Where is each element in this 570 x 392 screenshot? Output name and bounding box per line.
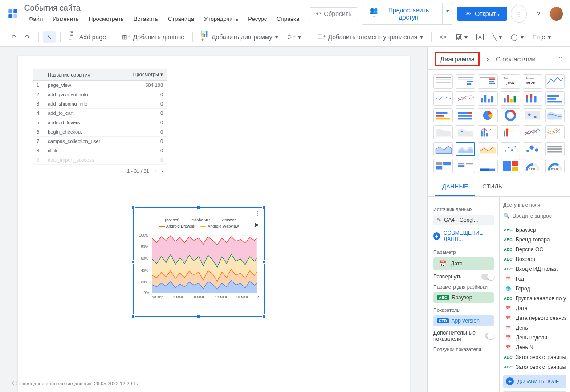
field-item[interactable]: 📅День bbox=[503, 323, 566, 333]
chart-type-option[interactable] bbox=[478, 125, 497, 139]
blend-data-button[interactable]: + СОВМЕЩЕНИЕ ДАНН... bbox=[433, 227, 494, 245]
style-tab[interactable]: СТИЛЬ bbox=[475, 178, 509, 196]
chart-type-option[interactable] bbox=[545, 125, 565, 139]
chart-type-option[interactable]: 111K bbox=[523, 159, 542, 173]
chart-type-option[interactable] bbox=[545, 108, 565, 122]
chart-type-option[interactable] bbox=[433, 108, 453, 122]
menu-упорядочить[interactable]: Упорядочить bbox=[200, 14, 243, 24]
cursor-tool[interactable]: ↖ bbox=[43, 31, 56, 43]
chart-type-option[interactable] bbox=[545, 142, 565, 156]
chart-type-option[interactable] bbox=[478, 142, 497, 156]
resize-handle[interactable] bbox=[262, 314, 266, 318]
chart-type-option[interactable]: Sessions69.3K bbox=[523, 74, 542, 89]
chart-type-option[interactable] bbox=[501, 142, 520, 156]
chart-type-option[interactable] bbox=[433, 159, 453, 173]
area-chart-selected[interactable]: ⋮ ▶ (not set)AdobeAIRAmazon...Android Br… bbox=[133, 207, 265, 317]
chart-type-option[interactable]: 220.7K bbox=[545, 159, 565, 173]
expand-toggle[interactable] bbox=[481, 274, 494, 280]
data-source-chip[interactable]: ✎ GA4 - Googl... bbox=[433, 215, 494, 225]
menu-страница[interactable]: Страница bbox=[163, 14, 199, 24]
redo-button[interactable]: ↷ bbox=[21, 31, 34, 43]
page-prev-icon[interactable]: ‹ bbox=[155, 168, 156, 174]
share-button[interactable]: 👥⁺ Предоставить доступ bbox=[362, 3, 443, 25]
metric-chip[interactable]: CTD App version bbox=[433, 315, 494, 326]
chart-type-option[interactable] bbox=[478, 91, 497, 106]
chart-type-option[interactable] bbox=[501, 159, 520, 173]
chart-type-option[interactable] bbox=[456, 159, 475, 173]
chart-type-option[interactable] bbox=[478, 159, 497, 173]
looker-studio-logo[interactable] bbox=[7, 8, 19, 20]
menu-вставить[interactable]: Вставить bbox=[129, 14, 163, 24]
chart-type-option[interactable] bbox=[456, 91, 475, 106]
more-options-button[interactable]: ⋮ bbox=[511, 5, 527, 23]
embed-button[interactable]: <> bbox=[436, 31, 450, 43]
table-row[interactable]: 5.android_lovers0 bbox=[33, 118, 167, 127]
add-page-button[interactable]: 🗎⁺Add page bbox=[65, 30, 110, 44]
menu-просмотреть[interactable]: Просмотреть bbox=[84, 14, 128, 24]
user-avatar[interactable] bbox=[550, 7, 563, 21]
fields-search-input[interactable] bbox=[513, 213, 570, 219]
resize-handle[interactable] bbox=[262, 206, 266, 209]
chart-type-option[interactable] bbox=[501, 91, 520, 106]
field-item[interactable]: ABCБраузер bbox=[503, 225, 566, 235]
table-row[interactable]: 6.begin_checkout0 bbox=[33, 127, 167, 137]
line-button[interactable]: ╲▾ bbox=[489, 31, 505, 43]
chart-type-option[interactable] bbox=[523, 142, 542, 156]
add-control-button[interactable]: ☰⁺Добавить элемент управления▾ bbox=[314, 30, 427, 44]
data-tab[interactable]: ДАННЫЕ bbox=[435, 178, 475, 196]
field-item[interactable]: ABCЗаголовок страницы... bbox=[503, 362, 566, 372]
reset-button[interactable]: ↶ Сбросить bbox=[309, 7, 358, 20]
field-item[interactable]: ABCЗаголовок страницы bbox=[503, 352, 566, 362]
text-button[interactable]: A bbox=[473, 31, 487, 43]
table-row[interactable]: 4.add_to_cart0 bbox=[33, 109, 167, 118]
chart-menu-icon[interactable]: ⋮ bbox=[255, 210, 261, 217]
field-item[interactable]: 📅Год bbox=[503, 274, 566, 284]
community-vis-button[interactable]: ⚞⁺▾ bbox=[284, 30, 305, 44]
table-row[interactable]: 7.campus_collection_user0 bbox=[33, 137, 167, 146]
more-button[interactable]: Ещё▾ bbox=[529, 31, 555, 43]
field-item[interactable]: 📅День N bbox=[503, 343, 566, 352]
document-title[interactable]: События сайта bbox=[24, 4, 304, 13]
resize-handle[interactable] bbox=[197, 314, 200, 318]
menu-изменить[interactable]: Изменить bbox=[48, 14, 83, 24]
table-row[interactable]: 8.click0 bbox=[33, 146, 167, 155]
resize-handle[interactable] bbox=[197, 206, 200, 209]
share-dropdown[interactable]: ▾ bbox=[443, 3, 453, 25]
chart-type-option[interactable] bbox=[545, 91, 565, 106]
dimension-chip[interactable]: 📅 Дата bbox=[433, 257, 494, 270]
field-item[interactable]: 🌐Город bbox=[503, 284, 566, 294]
chart-type-option[interactable] bbox=[501, 108, 520, 122]
resize-handle[interactable] bbox=[262, 260, 266, 264]
resize-handle[interactable] bbox=[131, 260, 135, 264]
chart-type-option[interactable] bbox=[456, 108, 475, 122]
shape-button[interactable]: ◯▾ bbox=[507, 31, 527, 43]
chart-type-option[interactable]: Total1,168 bbox=[501, 74, 520, 89]
image-button[interactable]: 🖼▾ bbox=[452, 31, 471, 43]
resize-handle[interactable] bbox=[131, 206, 135, 209]
field-item[interactable]: ABCВход с ИД польз. bbox=[503, 264, 566, 274]
chart-type-option[interactable] bbox=[523, 91, 542, 106]
chart-type-option[interactable] bbox=[456, 74, 475, 89]
add-chart-button[interactable]: 📊⁺Добавить диаграмму▾ bbox=[197, 30, 282, 44]
table-chart[interactable]: Название события Просмотры ▾ 1.page_view… bbox=[33, 69, 167, 177]
menu-справка[interactable]: Справка bbox=[272, 14, 304, 24]
add-data-button[interactable]: ⊞⁺Добавить данные bbox=[119, 30, 188, 44]
table-row[interactable]: 1.page_view504 108 bbox=[33, 81, 167, 90]
menu-ресурс[interactable]: Ресурс bbox=[244, 14, 271, 24]
chart-type-option[interactable] bbox=[433, 142, 453, 156]
undo-button[interactable]: ↶ bbox=[7, 31, 20, 43]
collapse-icon[interactable]: ⌃ bbox=[558, 56, 563, 62]
table-row[interactable]: 2.add_payment_info0 bbox=[33, 90, 167, 99]
resize-handle[interactable] bbox=[131, 314, 135, 318]
chart-type-option[interactable] bbox=[433, 91, 453, 106]
chart-type-option[interactable] bbox=[456, 125, 475, 139]
menu-файл[interactable]: Файл bbox=[24, 14, 47, 24]
field-item[interactable]: ABCВозраст bbox=[503, 254, 566, 264]
chart-type-option[interactable] bbox=[523, 108, 542, 122]
chart-type-option[interactable] bbox=[456, 142, 475, 156]
chart-type-option[interactable] bbox=[545, 74, 565, 89]
breakdown-chip[interactable]: ABC Браузер bbox=[433, 292, 494, 303]
help-button[interactable]: ? bbox=[530, 5, 546, 23]
chart-type-option[interactable] bbox=[478, 108, 497, 122]
table-header-views[interactable]: Просмотры ▾ bbox=[120, 69, 167, 81]
